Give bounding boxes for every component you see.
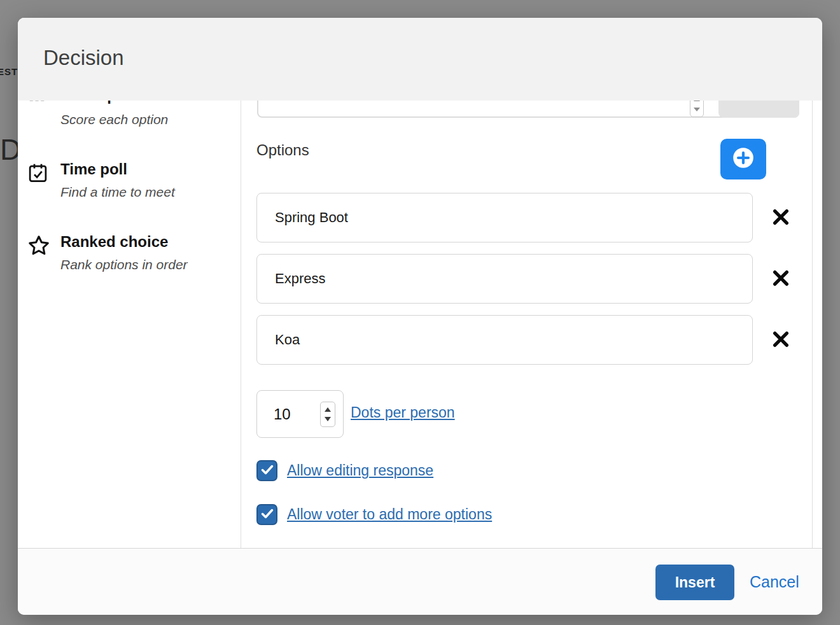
- option-input[interactable]: Express: [256, 254, 753, 304]
- allow-editing-label[interactable]: Allow editing response: [287, 462, 433, 479]
- screen: EST Do Score poll Score each option Time…: [0, 0, 840, 625]
- calendar-check-icon: [27, 162, 48, 186]
- sidebar-item-ranked-choice[interactable]: Ranked choice: [60, 233, 168, 251]
- modal-header: Decision: [18, 18, 822, 101]
- plus-circle-icon: [731, 146, 755, 172]
- dots-per-person-stepper[interactable]: [320, 402, 335, 427]
- sidebar-item-ranked-choice-desc: Rank options in order: [60, 257, 188, 272]
- option-value: Express: [275, 270, 325, 287]
- add-option-button[interactable]: [720, 139, 766, 179]
- option-value: Spring Boot: [275, 209, 348, 226]
- dots-per-person-label[interactable]: Dots per person: [351, 404, 455, 421]
- remove-option-button[interactable]: [767, 204, 795, 232]
- x-icon: [771, 207, 791, 229]
- option-input[interactable]: Koa: [256, 315, 753, 365]
- sidebar-item-time-poll-desc: Find a time to meet: [60, 185, 175, 200]
- option-input[interactable]: Spring Boot: [256, 193, 753, 242]
- star-icon: [27, 234, 50, 260]
- modal-footer: Insert Cancel: [18, 548, 822, 615]
- cancel-button[interactable]: Cancel: [750, 573, 799, 591]
- dots-per-person-input[interactable]: [274, 391, 313, 437]
- option-value: Koa: [275, 332, 300, 348]
- insert-button[interactable]: Insert: [655, 565, 734, 600]
- options-label: Options: [256, 141, 309, 159]
- allow-editing-checkbox[interactable]: [256, 460, 277, 481]
- check-icon: [260, 462, 275, 480]
- background-clipped-text: EST: [0, 66, 18, 77]
- allow-add-options-label[interactable]: Allow voter to add more options: [287, 506, 492, 523]
- remove-option-button[interactable]: [767, 265, 795, 293]
- remove-option-button[interactable]: [767, 326, 795, 354]
- allow-add-options-checkbox[interactable]: [256, 504, 277, 525]
- stepper-down-icon: [325, 417, 331, 421]
- check-icon: [260, 506, 275, 524]
- modal-title: Decision: [43, 46, 124, 70]
- sidebar-item-time-poll[interactable]: Time poll: [60, 160, 127, 178]
- decision-modal: Score poll Score each option Time poll F…: [18, 18, 822, 615]
- x-icon: [771, 268, 791, 290]
- stepper-up-icon: [325, 407, 331, 412]
- x-icon: [771, 329, 791, 351]
- sidebar-item-score-poll-desc: Score each option: [60, 112, 168, 127]
- dots-per-person-field: [256, 390, 344, 438]
- spinner-down-icon: [694, 108, 700, 111]
